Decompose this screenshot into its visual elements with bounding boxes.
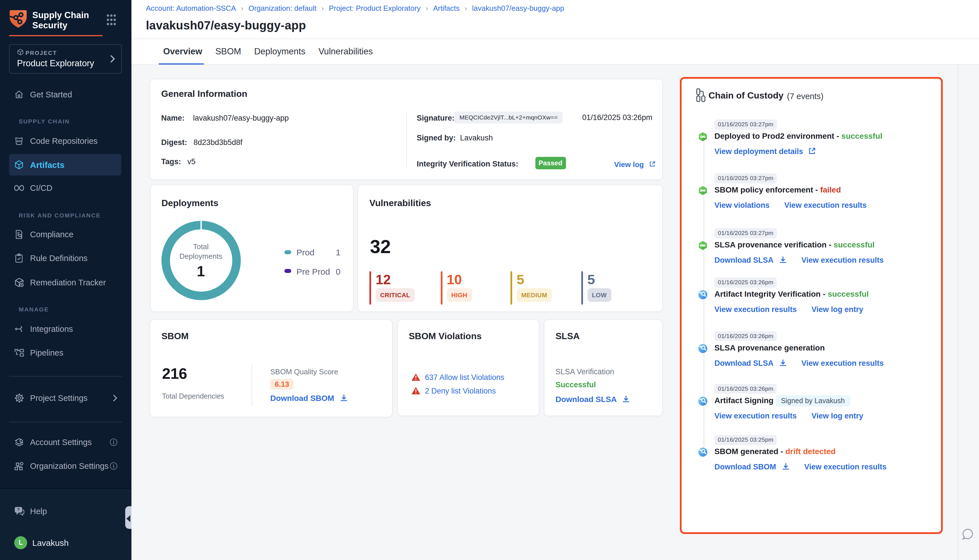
svg-text:?: ? <box>17 507 20 512</box>
